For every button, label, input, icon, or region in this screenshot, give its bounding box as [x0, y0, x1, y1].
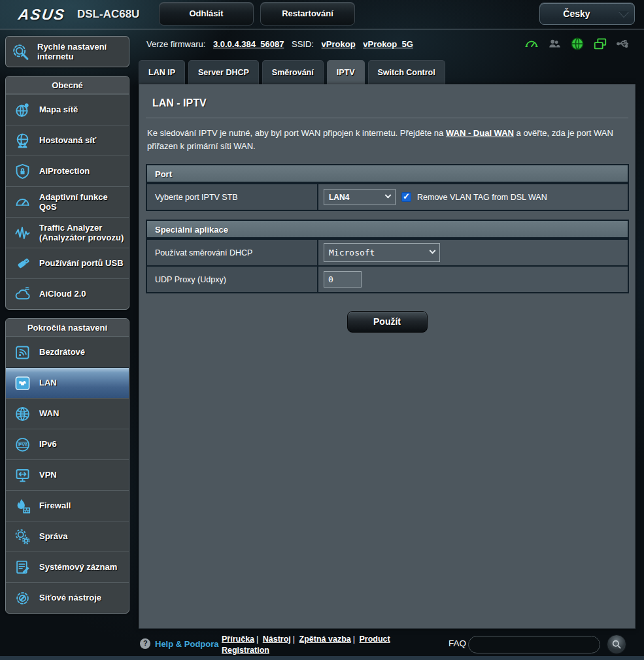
ssid-5g-link[interactable]: vProkop_5G [363, 39, 413, 49]
sidebar-item-vpn[interactable]: VPN [6, 459, 129, 490]
sidebar-item-network-map[interactable]: Mapa sítě [6, 94, 129, 125]
sidebar-item-label: Používání portů USB [39, 258, 124, 268]
waveform-icon [11, 224, 33, 242]
table-row: UDP Proxy (Udpxy) 0 [147, 265, 628, 292]
table-row: Vyberte port IPTV STB LAN4 Remove VLAN T… [147, 183, 628, 210]
page-title: LAN - IPTV [152, 97, 622, 109]
ethernet-port-icon [11, 374, 33, 392]
utility-link[interactable]: Nástroj [263, 635, 291, 644]
iptv-stb-port-select[interactable]: LAN4 [324, 189, 396, 205]
router-model: DSL-AC68U [77, 8, 139, 21]
globe-icon [11, 405, 33, 423]
sidebar-item-adaptive-qos[interactable]: Adaptivní funkce QoS [6, 186, 129, 217]
feedback-link[interactable]: Zpětná vazba [299, 635, 351, 644]
chevron-down-icon [430, 248, 436, 254]
sidebar-item-firewall[interactable]: Firewall [6, 490, 129, 521]
guest-network-icon [11, 132, 33, 150]
chevron-down-icon [613, 3, 634, 24]
ssid-2g-link[interactable]: vProkop [322, 39, 356, 49]
sidebar-item-guest-network[interactable]: Hostovaná síť [6, 125, 129, 156]
asus-logo: ASUS [17, 6, 67, 24]
logout-button[interactable]: Odhlásit [159, 2, 254, 25]
faq-search-button[interactable] [607, 635, 626, 654]
sidebar-item-label: Bezdrátové [39, 347, 85, 357]
sidebar-item-label: Hostovaná síť [39, 135, 96, 145]
udp-proxy-input[interactable]: 0 [324, 271, 362, 288]
sidebar: Rychlé nastavení internetu Obecné Mapa s… [5, 36, 129, 614]
sidebar-item-label: AiCloud 2.0 [39, 289, 86, 299]
sidebar-item-lan[interactable]: LAN [6, 367, 129, 398]
admin-gears-icon [11, 528, 33, 546]
sidebar-item-label: Systémový záznam [39, 562, 117, 572]
dhcp-routing-select[interactable]: Microsoft [324, 243, 440, 262]
sidebar-item-label: Adaptivní funkce QoS [39, 192, 126, 212]
usb-drive-icon [11, 255, 33, 272]
iptv-stb-port-label: Vyberte port IPTV STB [147, 184, 318, 210]
footer-links: Příručka| Nástroj| Zpětná vazba| Product… [222, 634, 403, 656]
header-strip: Verze firmwaru: 3.0.0.4.384_56087 SSID: … [139, 30, 644, 59]
sidebar-item-label: Traffic Analyzer (Analyzátor provozu) [39, 223, 126, 243]
wired-clients-icon[interactable] [592, 37, 608, 51]
table-row: Používat směrování DHCP Microsoft [147, 239, 628, 265]
sidebar-item-wan[interactable]: WAN [6, 398, 129, 429]
language-label: Česky [540, 8, 613, 19]
sidebar-item-ipv6[interactable]: IPV6 IPv6 [6, 429, 129, 459]
iptv-stb-port-selected: LAN4 [329, 193, 349, 202]
firewall-flame-icon [11, 497, 33, 515]
page-description: Ke sledování IPTV je nutné, aby byl port… [147, 127, 617, 153]
reboot-button[interactable]: Restartování [260, 2, 355, 25]
search-icon [611, 639, 622, 650]
gauge-icon[interactable] [524, 37, 539, 51]
sidebar-item-network-tools[interactable]: Síťové nástroje [6, 582, 129, 613]
sidebar-item-label: AiProtection [39, 166, 90, 176]
tab-route[interactable]: Směrování [262, 60, 324, 84]
firmware-version-link[interactable]: 3.0.0.4.384_56087 [213, 39, 284, 49]
special-section-header: Speciální aplikace [147, 221, 628, 239]
iptv-stb-port-value: LAN4 Remove VLAN TAG from DSL WAN [318, 184, 628, 210]
clients-icon[interactable] [547, 37, 562, 51]
sidebar-item-aiprotection[interactable]: AiProtection [6, 156, 129, 186]
dual-wan-link[interactable]: WAN - Dual WAN [446, 128, 514, 138]
firmware-line: Verze firmwaru: 3.0.0.4.384_56087 SSID: … [146, 39, 413, 49]
remove-vlan-tag-checkbox[interactable] [401, 192, 411, 202]
language-selector[interactable]: Česky [539, 3, 635, 25]
sidebar-section-general: Obecné Mapa sítě Hostovaná síť [5, 76, 129, 310]
sidebar-item-system-log[interactable]: Systémový záznam [6, 552, 129, 582]
usb-icon[interactable] [615, 37, 631, 51]
wireless-icon [11, 344, 33, 361]
sidebar-item-administration[interactable]: Správa [6, 521, 129, 552]
shield-lock-icon [11, 163, 33, 180]
sidebar-item-wireless[interactable]: Bezdrátové [6, 337, 129, 367]
tab-lan-ip[interactable]: LAN IP [139, 60, 185, 84]
sidebar-item-usb-application[interactable]: Používání portů USB [6, 248, 129, 278]
tab-dhcp-server[interactable]: Server DHCP [188, 60, 259, 84]
title-divider [146, 118, 628, 118]
sidebar-item-traffic-analyzer[interactable]: Traffic Analyzer (Analyzátor provozu) [6, 217, 129, 248]
dhcp-routing-label: Používat směrování DHCP [147, 240, 318, 265]
quick-internet-setup-button[interactable]: Rychlé nastavení internetu [5, 36, 129, 67]
description-pre: Ke sledování IPTV je nutné, aby byl port… [147, 128, 446, 138]
network-tools-icon [11, 589, 33, 607]
help-support-link[interactable]: Help & Podpora [140, 638, 219, 649]
top-bar: ASUS DSL-AC68U Odhlásit Restartování Čes… [0, 0, 644, 29]
bottom-strip [0, 656, 644, 660]
sidebar-item-label: Firewall [39, 501, 71, 510]
sidebar-section-advanced: Pokročilá nastavení Bezdrátové LAN [5, 318, 129, 614]
sidebar-item-label: LAN [39, 378, 57, 388]
qos-gauge-icon [11, 193, 33, 211]
remove-vlan-tag-label: Remove VLAN TAG from DSL WAN [417, 193, 547, 202]
ssid-label: SSID: [292, 39, 314, 49]
dhcp-routing-selected: Microsoft [329, 248, 375, 257]
faq-search-input[interactable] [468, 636, 600, 653]
status-icons [524, 37, 631, 51]
sidebar-item-label: Správa [39, 531, 67, 541]
internet-globe-icon[interactable] [569, 37, 585, 51]
apply-button[interactable]: Použít [347, 311, 428, 333]
tab-iptv[interactable]: IPTV [327, 60, 365, 84]
tab-switch-control[interactable]: Switch Control [368, 60, 445, 84]
sidebar-item-aicloud[interactable]: AiCloud 2.0 [6, 278, 129, 309]
manual-link[interactable]: Příručka [222, 635, 254, 644]
sidebar-item-label: Síťové nástroje [39, 593, 101, 602]
quick-setup-icon [10, 42, 32, 61]
link-separator: | [254, 635, 260, 644]
